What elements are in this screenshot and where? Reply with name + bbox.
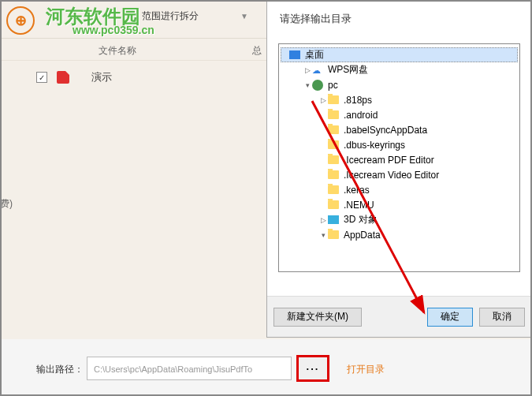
new-folder-button[interactable]: 新建文件夹(M) <box>273 308 362 327</box>
dialog-buttons: 新建文件夹(M) 确定 取消 <box>267 296 531 337</box>
expand-icon[interactable]: ▷ <box>318 96 328 104</box>
folder-icon <box>328 170 339 179</box>
tree-item-wps[interactable]: ▷ ☁ WPS网盘 <box>281 62 518 77</box>
tree-item-appdata[interactable]: ▾AppData <box>281 227 518 242</box>
tree-label: WPS网盘 <box>328 63 368 77</box>
tree-item-folder[interactable]: .Icecream Video Editor <box>281 167 518 182</box>
collapse-icon[interactable]: ▾ <box>303 81 312 89</box>
tree-label: AppData <box>344 230 381 241</box>
tree-item-folder[interactable]: .Icecream PDF Editor <box>281 152 518 167</box>
column-header-total: 总 <box>252 44 262 58</box>
folder-icon <box>328 95 339 104</box>
ok-button[interactable]: 确定 <box>427 308 473 327</box>
cloud-icon: ☁ <box>312 65 323 74</box>
browse-button[interactable]: ··· <box>296 355 329 382</box>
fee-label: 费) <box>0 197 13 211</box>
folder-tree[interactable]: 桌面 ▷ ☁ WPS网盘 ▾ pc ▷.818ps .android .babe… <box>278 43 520 272</box>
desktop-icon <box>289 50 300 59</box>
collapse-icon[interactable]: ▾ <box>318 231 328 239</box>
folder-icon <box>328 230 339 239</box>
file-checkbox[interactable]: ✓ <box>36 72 47 83</box>
tree-label: 桌面 <box>305 48 324 62</box>
expand-icon[interactable]: ▷ <box>318 216 328 224</box>
tree-item-desktop[interactable]: 桌面 <box>281 47 518 62</box>
brand-logo-icon: ⊕ <box>6 6 35 35</box>
cancel-button[interactable]: 取消 <box>479 308 525 327</box>
tree-item-folder[interactable]: ▷.818ps <box>281 92 518 107</box>
file-name: 演示 <box>91 70 112 84</box>
tree-label: .Icecream PDF Editor <box>344 155 434 166</box>
output-path-input[interactable]: C:\Users\pc\AppData\Roaming\JisuPdfTo <box>87 357 292 380</box>
tree-label: .android <box>344 110 378 121</box>
tree-item-pc[interactable]: ▾ pc <box>281 77 518 92</box>
chevron-down-icon[interactable]: ▼ <box>229 0 260 32</box>
folder-select-dialog: 请选择输出目录 桌面 ▷ ☁ WPS网盘 ▾ pc ▷.818ps .andro… <box>266 0 532 338</box>
folder-icon <box>328 140 339 149</box>
tree-item-folder[interactable]: .android <box>281 107 518 122</box>
tree-item-folder[interactable]: .babelSyncAppData <box>281 122 518 137</box>
file-row[interactable]: ✓ 演示 <box>8 68 112 87</box>
tree-item-folder[interactable]: .keras <box>281 182 518 197</box>
split-range-text: 范围进行拆分 <box>142 9 199 23</box>
folder-icon <box>328 185 339 194</box>
folder-icon <box>328 155 339 164</box>
expand-icon[interactable]: ▷ <box>303 66 312 74</box>
tree-label: .NEMU <box>344 200 374 211</box>
output-path-label: 输出路径： <box>36 363 84 376</box>
tree-label: .Icecream Video Editor <box>344 170 439 181</box>
user-icon <box>312 80 323 91</box>
tree-label: 3D 对象 <box>344 213 378 226</box>
open-directory-link[interactable]: 打开目录 <box>347 363 385 376</box>
cube-icon <box>328 215 339 224</box>
tree-label: .dbus-keyrings <box>344 140 405 151</box>
folder-icon <box>328 110 339 119</box>
tree-item-folder[interactable]: .NEMU <box>281 197 518 212</box>
tree-label: pc <box>328 80 338 91</box>
column-header-filename: 文件名称 <box>99 44 136 58</box>
dialog-title: 请选择输出目录 <box>267 1 531 35</box>
pdf-icon <box>57 71 69 84</box>
brand-url: www.pc0359.cn <box>73 24 154 36</box>
tree-label: .babelSyncAppData <box>344 125 427 136</box>
folder-icon <box>328 200 339 209</box>
tree-label: .keras <box>344 185 370 196</box>
tree-item-3d[interactable]: ▷3D 对象 <box>281 212 518 227</box>
folder-icon <box>328 125 339 134</box>
tree-label: .818ps <box>344 95 372 106</box>
tree-item-folder[interactable]: .dbus-keyrings <box>281 137 518 152</box>
